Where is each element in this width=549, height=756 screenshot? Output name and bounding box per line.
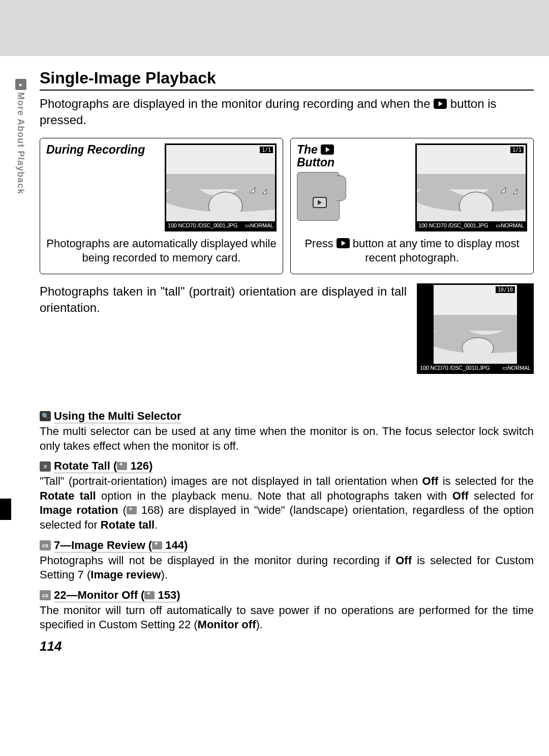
playback-button-icon bbox=[434, 99, 447, 109]
filename: 100 NCD70 /DSC_0010.JPG bbox=[420, 365, 490, 371]
page-title: Single-Image Playback bbox=[40, 69, 534, 91]
card-label: The Button bbox=[297, 143, 410, 169]
note-title: Using the Multi Selector bbox=[54, 410, 181, 423]
card-caption: Press button at any time to display most… bbox=[297, 237, 527, 266]
menu-icon: ≡ bbox=[40, 461, 51, 472]
note-body: Photographs will not be displayed in the… bbox=[40, 554, 534, 583]
example-row: During Recording 1/1 100 NCD70 /DSC_0001… bbox=[40, 138, 534, 274]
note-heading: ≡ Rotate Tall ( 126) bbox=[40, 459, 534, 473]
sample-photo: 1/1 bbox=[166, 145, 275, 221]
quality-badge: NORMAL bbox=[496, 222, 524, 229]
csm-icon: cs bbox=[40, 540, 51, 550]
frame-counter: 1/1 bbox=[510, 147, 524, 153]
note-heading: 🔍 Using the Multi Selector bbox=[40, 410, 534, 423]
card-during-recording: During Recording 1/1 100 NCD70 /DSC_0001… bbox=[40, 138, 283, 274]
info-bar: 100 NCD70 /DSC_0001.JPG NORMAL bbox=[417, 221, 526, 230]
section-tab: ▸ More About Playback bbox=[15, 79, 26, 194]
filename: 100 NCD70 /DSC_0001.JPG bbox=[418, 222, 488, 229]
note-heading: cs 22—Monitor Off ( 153) bbox=[40, 589, 534, 602]
lcd-screen-portrait: 10/10 100 NCD70 /DSC_0010.JPG NORMAL bbox=[417, 283, 534, 374]
card-caption: Photographs are automatically displayed … bbox=[46, 237, 277, 266]
note-title: Rotate Tall ( 126) bbox=[54, 459, 152, 473]
portrait-section: Photographs taken in "tall" (portrait) o… bbox=[40, 283, 534, 374]
lcd-screen: 1/1 100 NCD70 /DSC_0001.JPG NORMAL bbox=[415, 143, 527, 231]
quality-badge: NORMAL bbox=[502, 365, 531, 371]
info-bar: 100 NCD70 /DSC_0010.JPG NORMAL bbox=[418, 364, 532, 372]
sample-photo: 1/1 bbox=[417, 145, 526, 221]
note-body: "Tall" (portrait-orientation) images are… bbox=[40, 474, 534, 532]
frame-counter: 1/1 bbox=[260, 147, 273, 153]
note-heading: cs 7—Image Review ( 144) bbox=[40, 539, 534, 553]
note-body: The multi selector can be used at any ti… bbox=[40, 424, 534, 453]
page-ref-icon bbox=[144, 591, 155, 599]
playback-button-icon bbox=[337, 238, 350, 248]
manual-page: ▸ More About Playback Single-Image Playb… bbox=[0, 0, 549, 670]
lcd-screen: 1/1 100 NCD70 /DSC_0001.JPG NORMAL bbox=[165, 143, 277, 231]
page-ref-icon bbox=[152, 541, 162, 549]
info-bar: 100 NCD70 /DSC_0001.JPG NORMAL bbox=[166, 221, 275, 230]
page-ref-icon bbox=[117, 462, 127, 470]
intro-text: Photographs are displayed in the monitor… bbox=[40, 96, 534, 129]
sample-photo-portrait: 10/10 bbox=[434, 285, 517, 364]
magnify-icon: 🔍 bbox=[40, 411, 51, 421]
notes-section: 🔍 Using the Multi Selector The multi sel… bbox=[40, 410, 534, 632]
card-playback-button: The Button 1/1 10 bbox=[290, 138, 534, 274]
thumb-index-mark bbox=[0, 499, 11, 520]
page-number: 114 bbox=[40, 638, 534, 654]
csm-icon: cs bbox=[40, 590, 51, 600]
filename: 100 NCD70 /DSC_0001.JPG bbox=[168, 222, 237, 229]
note-title: 22—Monitor Off ( 153) bbox=[54, 589, 180, 602]
camera-playback-button bbox=[313, 197, 327, 208]
quality-badge: NORMAL bbox=[245, 222, 273, 229]
camera-back-illustration bbox=[297, 172, 340, 221]
page-ref-icon bbox=[127, 506, 137, 514]
portrait-caption: Photographs taken in "tall" (portrait) o… bbox=[40, 283, 407, 316]
playback-icon: ▸ bbox=[15, 79, 26, 90]
section-tab-label: More About Playback bbox=[15, 92, 26, 194]
note-body: The monitor will turn off automatically … bbox=[40, 603, 534, 632]
frame-counter: 10/10 bbox=[496, 286, 515, 293]
note-title: 7—Image Review ( 144) bbox=[54, 539, 188, 553]
card-label: During Recording bbox=[46, 143, 160, 156]
playback-button-icon bbox=[321, 144, 334, 155]
